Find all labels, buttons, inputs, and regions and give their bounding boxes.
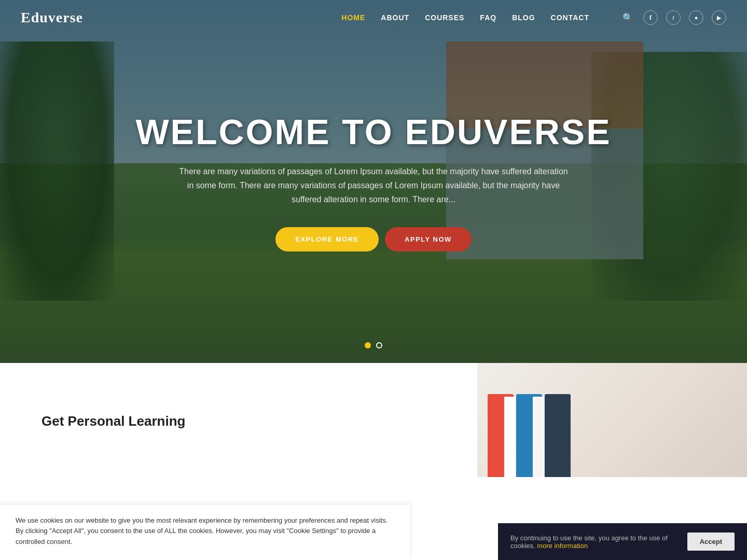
instagram-icon[interactable]: ● — [689, 10, 703, 25]
nav-blog[interactable]: BLOG — [512, 13, 535, 22]
nav-social-icons: 🔍 f t ● ▶ — [620, 10, 726, 25]
below-hero-right — [477, 363, 747, 477]
explore-more-button[interactable]: EXPLORE MORE — [275, 227, 379, 251]
facebook-icon[interactable]: f — [643, 10, 658, 25]
twitter-icon[interactable]: t — [666, 10, 681, 25]
apply-now-button[interactable]: APPLY NOW — [385, 227, 472, 251]
nav-contact[interactable]: CONTACT — [551, 13, 589, 22]
hero-buttons: EXPLORE MORE APPLY NOW — [275, 227, 472, 251]
hero-title: WELCOME TO EDUVERSE — [135, 111, 611, 152]
nav-faq[interactable]: FAQ — [480, 13, 496, 22]
hero-content: WELCOME TO EDUVERSE There are many varia… — [0, 0, 747, 363]
binder-black — [545, 394, 571, 477]
hero-section: WELCOME TO EDUVERSE There are many varia… — [0, 0, 747, 363]
below-hero-section: Get Personal Learning — [0, 363, 747, 477]
site-logo[interactable]: Eduverse — [21, 9, 83, 26]
nav-home[interactable]: HOME — [341, 13, 365, 22]
binder-white-1 — [504, 397, 516, 477]
binder-white-2 — [533, 397, 544, 477]
hero-subtitle: There are many variations of passages of… — [176, 164, 571, 207]
slider-dot-2[interactable] — [376, 342, 382, 348]
slider-dots — [365, 342, 382, 348]
slider-dot-1[interactable] — [365, 342, 371, 348]
below-hero-left: Get Personal Learning — [0, 363, 477, 477]
nav-links: HOME ABOUT COURSES FAQ BLOG CONTACT — [341, 13, 589, 22]
search-icon[interactable]: 🔍 — [620, 10, 635, 25]
navigation: Eduverse HOME ABOUT COURSES FAQ BLOG CON… — [0, 0, 747, 35]
youtube-icon[interactable]: ▶ — [712, 10, 726, 25]
nav-about[interactable]: ABOUT — [381, 13, 409, 22]
below-hero-image — [477, 363, 747, 477]
below-hero-title: Get Personal Learning — [42, 413, 446, 429]
nav-courses[interactable]: COURSES — [425, 13, 464, 22]
